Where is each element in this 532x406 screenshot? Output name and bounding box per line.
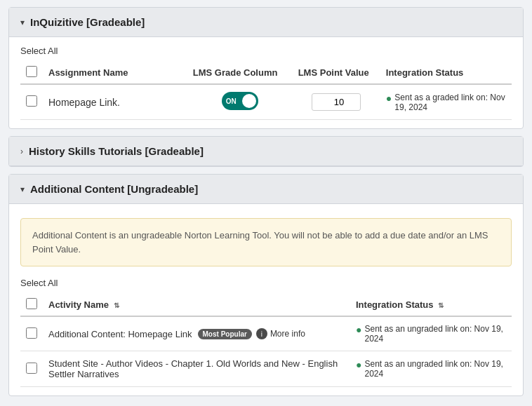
activity-row2-status-label: Sent as an ungraded link on: Nov 19, 202…: [364, 359, 506, 379]
activity-status-dot-icon: ●: [356, 324, 361, 335]
activity-row2-checkbox-cell: [20, 351, 43, 387]
status-text: ● Sent as a graded link on: Nov 19, 2024: [386, 93, 506, 112]
activity-status-col-label: Integration Status: [356, 299, 434, 310]
additional-content-title: Additional Content [Ungradeable]: [30, 183, 198, 195]
col-checkbox: [20, 62, 43, 84]
additional-content-chevron: ▾: [20, 184, 25, 194]
col-integration-status: Integration Status: [380, 62, 512, 84]
toggle-container: ON: [222, 92, 258, 110]
toggle-slider: ON: [222, 92, 258, 110]
more-info-icon[interactable]: i: [256, 328, 267, 339]
more-info-link[interactable]: More info: [270, 329, 305, 339]
toggle-knob: [242, 94, 256, 108]
additional-content-body: Additional Content is an ungradeable Nor…: [9, 204, 523, 395]
activity-table: Activity Name ⇅ Integration Status ⇅: [20, 294, 512, 387]
activity-row-checkbox[interactable]: [26, 327, 37, 339]
activity-name-text: Additional Content: Homepage Link: [48, 329, 192, 339]
col-lms-points: LMS Point Value: [293, 62, 380, 84]
lms-grade-toggle[interactable]: ON: [222, 92, 258, 110]
activity-name-container: Additional Content: Homepage Link Most P…: [48, 328, 345, 339]
inquizitive-title: InQuizitive [Gradeable]: [30, 16, 145, 28]
activity-col-checkbox: [20, 294, 43, 316]
points-input[interactable]: [312, 93, 361, 111]
most-popular-badge: Most Popular: [198, 329, 252, 339]
history-skills-header[interactable]: › History Skills Tutorials [Gradeable]: [9, 137, 523, 166]
table-row: Additional Content: Homepage Link Most P…: [20, 316, 512, 351]
activity-status-text: ● Sent as an ungraded link on: Nov 19, 2…: [356, 324, 506, 344]
status-dot-icon: ●: [386, 93, 392, 104]
inquizitive-section: ▾ InQuizitive [Gradeable] Select All Ass…: [8, 7, 524, 129]
ungradeable-notice: Additional Content is an ungradeable Nor…: [20, 218, 512, 266]
col-lms-grade: LMS Grade Column: [187, 62, 293, 84]
activity-row2-status-dot-icon: ●: [356, 359, 361, 370]
activity-row-name-cell: Additional Content: Homepage Link Most P…: [43, 316, 350, 351]
activity-row2-status-text: ● Sent as an ungraded link on: Nov 19, 2…: [356, 359, 506, 379]
activity-status-label: Sent as an ungraded link on: Nov 19, 202…: [364, 324, 506, 344]
activity-col-name: Activity Name ⇅: [43, 294, 350, 316]
table-row: Student Site - Author Videos - Chapter 1…: [20, 351, 512, 387]
history-skills-chevron: ›: [20, 147, 23, 156]
inquizitive-header[interactable]: ▾ InQuizitive [Gradeable]: [9, 8, 523, 37]
activity-status-sort-icon[interactable]: ⇅: [438, 302, 444, 309]
additional-content-section: ▾ Additional Content [Ungradeable] Addit…: [8, 174, 524, 396]
activity-row-checkbox-cell: [20, 316, 43, 351]
inquizitive-select-all: Select All: [20, 46, 512, 56]
activity-name-col-label: Activity Name: [48, 299, 109, 310]
activity-col-status: Integration Status ⇅: [350, 294, 512, 316]
inquizitive-body: Select All Assignment Name LMS Grade Col…: [9, 37, 523, 128]
activity-row2-status-cell: ● Sent as an ungraded link on: Nov 19, 2…: [350, 351, 512, 387]
activity-name-sort-icon[interactable]: ⇅: [114, 302, 119, 309]
select-all-checkbox[interactable]: [26, 66, 37, 77]
row-checkbox-cell: [20, 84, 43, 120]
row-checkbox[interactable]: [26, 95, 37, 107]
row-points-cell: [293, 84, 380, 120]
activity-row2-name-container: Student Site - Author Videos - Chapter 1…: [48, 358, 345, 379]
table-row: Homepage Link. ON: [20, 84, 512, 120]
activity-row2-checkbox[interactable]: [26, 363, 37, 374]
inquizitive-chevron: ▾: [20, 18, 25, 27]
col-assignment-name: Assignment Name: [43, 62, 187, 84]
additional-content-header[interactable]: ▾ Additional Content [Ungradeable]: [9, 175, 523, 204]
status-label: Sent as a graded link on: Nov 19, 2024: [394, 93, 506, 112]
inquizitive-table: Assignment Name LMS Grade Column LMS Poi…: [20, 62, 512, 120]
history-skills-section: › History Skills Tutorials [Gradeable]: [8, 136, 524, 167]
toggle-on-label: ON: [226, 97, 237, 105]
additional-select-all: Select All: [20, 278, 512, 288]
history-skills-title: History Skills Tutorials [Gradeable]: [29, 145, 204, 157]
row-assignment-name: Homepage Link.: [43, 84, 187, 120]
row-toggle-cell: ON: [187, 84, 293, 120]
activity-select-all-checkbox[interactable]: [26, 298, 37, 309]
row-status-cell: ● Sent as a graded link on: Nov 19, 2024: [380, 84, 512, 120]
activity-row2-name-cell: Student Site - Author Videos - Chapter 1…: [43, 351, 350, 387]
activity-row-status-cell: ● Sent as an ungraded link on: Nov 19, 2…: [350, 316, 512, 351]
activity-row2-name-text: Student Site - Author Videos - Chapter 1…: [48, 358, 345, 379]
